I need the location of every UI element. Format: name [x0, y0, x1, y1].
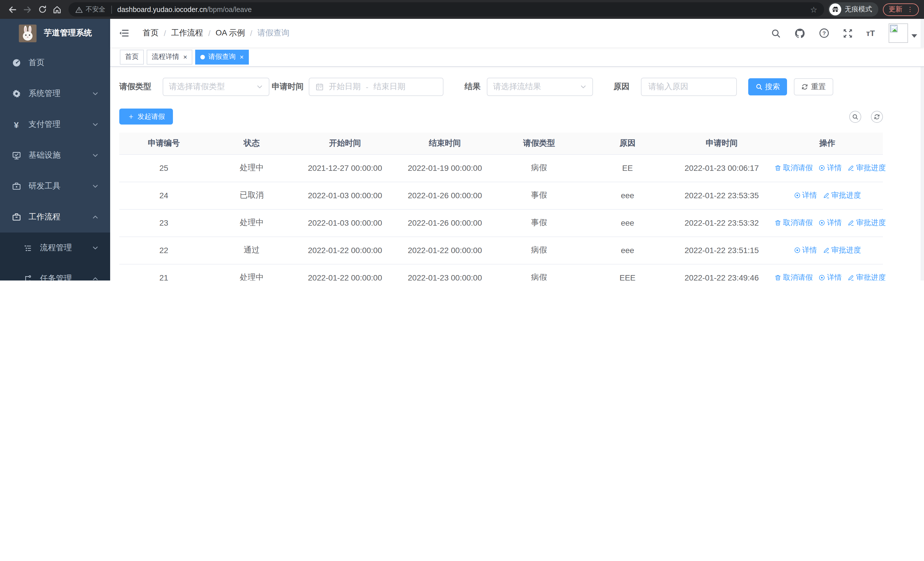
sidebar-item-workflow[interactable]: 工作流程: [0, 202, 110, 233]
reset-button[interactable]: 重置: [794, 78, 833, 95]
collapse-sidebar-icon[interactable]: [110, 28, 134, 38]
tab-process-detail[interactable]: 流程详情 ×: [147, 50, 192, 64]
col-end-time: 结束时间: [395, 132, 495, 154]
cell-reason: EE: [583, 154, 672, 182]
table-row: 24 已取消 2022-01-03 00:00:00 2022-01-26 00…: [119, 182, 883, 209]
cell-status: 处理中: [208, 209, 295, 236]
reason-label: 原因: [614, 82, 630, 92]
security-warning[interactable]: 不安全: [75, 5, 105, 14]
cell-apply-id: 23: [119, 209, 208, 236]
search-icon[interactable]: [771, 28, 780, 38]
chevron-down-icon: [92, 183, 99, 190]
browser-menu-icon[interactable]: ⋮: [907, 6, 913, 13]
cell-status: 通过: [208, 236, 295, 264]
workflow-submenu: 流程管理 任务管理 我的流程: [0, 233, 110, 281]
approval-progress-link[interactable]: 审批进度: [823, 190, 861, 200]
view-icon: [818, 220, 825, 226]
view-icon: [818, 274, 825, 281]
table-body: 25 处理中 2021-12-27 00:00:00 2022-01-19 00…: [119, 154, 883, 281]
apply-time-range-picker[interactable]: 开始日期 - 结束日期: [309, 78, 444, 96]
cell-reason: EEE: [583, 264, 672, 281]
table-refresh-button[interactable]: [871, 111, 883, 123]
fullscreen-icon[interactable]: [843, 28, 852, 38]
sidebar-item-infrastructure[interactable]: 基础设施: [0, 140, 110, 171]
result-select[interactable]: 请选择流结果: [487, 78, 593, 96]
breadcrumb: 首页 / 工作流程 / OA 示例 / 请假查询: [142, 28, 290, 38]
detail-link[interactable]: 详情: [794, 245, 817, 256]
tab-leave-query[interactable]: 请假查询 ×: [195, 50, 249, 64]
breadcrumb-home[interactable]: 首页: [142, 28, 159, 38]
user-avatar[interactable]: [889, 23, 917, 43]
view-icon: [818, 164, 825, 171]
col-leave-type: 请假类型: [495, 132, 583, 154]
approval-progress-link[interactable]: 审批进度: [848, 272, 886, 281]
briefcase-icon: [11, 212, 21, 222]
app-logo: 芋道管理系统: [0, 19, 110, 47]
sidebar-item-task-management[interactable]: 任务管理: [0, 263, 110, 281]
col-actions: 操作: [772, 132, 883, 154]
home-icon[interactable]: [50, 2, 64, 17]
refresh-icon: [801, 83, 808, 90]
chevron-down-icon: [92, 90, 99, 97]
detail-link[interactable]: 详情: [818, 272, 842, 281]
close-icon[interactable]: ×: [240, 53, 244, 60]
cell-apply-id: 24: [119, 182, 208, 209]
approval-progress-link[interactable]: 审批进度: [823, 245, 861, 256]
breadcrumb-workflow[interactable]: 工作流程: [171, 28, 203, 38]
back-icon[interactable]: [5, 2, 20, 17]
search-button[interactable]: 搜索: [748, 78, 787, 95]
cell-actions: 取消请假 详情 审批进度: [772, 154, 883, 182]
cell-start-time: 2022-01-03 00:00:00: [295, 209, 395, 236]
calendar-icon: [316, 83, 324, 91]
approval-progress-link[interactable]: 审批进度: [848, 163, 886, 173]
screen: 不安全 dashboard.yudao.iocoder.cn /bpm/oa/l…: [0, 0, 924, 281]
apply-time-label: 申请时间: [272, 82, 304, 92]
cell-apply-time: 2022-01-22 23:51:15: [672, 236, 772, 264]
cancel-leave-link[interactable]: 取消请假: [774, 163, 813, 173]
table-row: 21 处理中 2022-01-22 00:00:00 2022-01-23 00…: [119, 264, 883, 281]
search-form: 请假类型 请选择请假类型 申请时间 开始日期 - 结束日期 结果: [119, 78, 915, 96]
help-icon[interactable]: ?: [819, 28, 829, 38]
incognito-badge: 无痕模式: [828, 2, 878, 17]
update-button[interactable]: 更新 ⋮: [883, 3, 919, 16]
cancel-leave-link[interactable]: 取消请假: [774, 272, 813, 281]
cell-status: 已取消: [208, 182, 295, 209]
table-header-row: 申请编号 状态 开始时间 结束时间 请假类型 原因 申请时间 操作: [119, 132, 883, 154]
tab-home[interactable]: 首页: [120, 50, 144, 64]
address-bar[interactable]: 不安全 dashboard.yudao.iocoder.cn /bpm/oa/l…: [69, 2, 824, 17]
detail-link[interactable]: 详情: [818, 163, 842, 173]
col-start-time: 开始时间: [295, 132, 395, 154]
reload-icon[interactable]: [35, 2, 50, 17]
flow-icon: [23, 275, 33, 281]
close-icon[interactable]: ×: [183, 53, 187, 60]
cell-end-time: 2022-01-26 00:00:00: [395, 209, 495, 236]
breadcrumb-oa-example[interactable]: OA 示例: [216, 28, 245, 38]
github-icon[interactable]: [794, 28, 805, 39]
font-size-icon[interactable]: тT: [866, 29, 875, 38]
approval-progress-link[interactable]: 审批进度: [848, 218, 886, 228]
cancel-leave-link[interactable]: 取消请假: [774, 218, 813, 228]
sidebar-item-dev-tools[interactable]: 研发工具: [0, 171, 110, 202]
bookmark-star-icon[interactable]: ☆: [807, 5, 821, 14]
chevron-down-icon: [912, 34, 917, 41]
sidebar-item-process-management[interactable]: 流程管理: [0, 233, 110, 263]
result-label: 结果: [465, 82, 480, 92]
leave-type-select[interactable]: 请选择请假类型: [163, 78, 269, 96]
cell-apply-id: 21: [119, 264, 208, 281]
cell-actions: 详情 审批进度: [772, 182, 883, 209]
sidebar-item-system[interactable]: 系统管理: [0, 78, 110, 109]
sidebar-item-payment[interactable]: ¥ 支付管理: [0, 109, 110, 140]
sidebar-item-home[interactable]: 首页: [0, 47, 110, 78]
active-dot: [200, 54, 205, 59]
cell-leave-type: 病假: [495, 264, 583, 281]
create-leave-button[interactable]: ＋ 发起请假: [119, 108, 173, 125]
detail-link[interactable]: 详情: [818, 218, 842, 228]
edit-icon: [823, 247, 830, 254]
view-icon: [794, 247, 801, 254]
table-row: 23 处理中 2022-01-03 00:00:00 2022-01-26 00…: [119, 209, 883, 236]
reason-input[interactable]: 请输入原因: [641, 78, 737, 96]
detail-link[interactable]: 详情: [794, 190, 817, 200]
dashboard-icon: [11, 58, 21, 68]
forward-icon[interactable]: [20, 2, 35, 17]
table-search-toggle-button[interactable]: [849, 111, 861, 123]
